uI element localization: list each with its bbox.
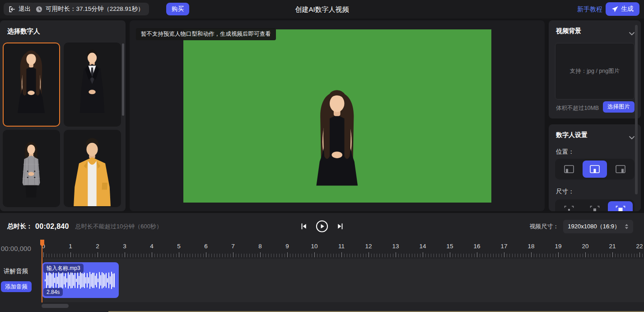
playhead-line	[42, 240, 42, 303]
video-size-select[interactable]: 1920x1080（16:9）	[563, 220, 633, 233]
size-option-group	[555, 199, 635, 211]
avatar-image-woman-plaid	[4, 131, 59, 206]
available-time-badge: 可用时长：37.15分钟（2228.91秒）	[31, 3, 149, 15]
size-label: 尺寸：	[556, 188, 574, 196]
transport-controls	[301, 213, 344, 240]
video-background-panel: 视频背景 支持：jpg / png图片 体积不超过10MB 选择图片	[549, 20, 641, 118]
video-background-title: 视频背景	[556, 27, 581, 35]
size-small-icon	[563, 205, 575, 211]
chevron-down-icon[interactable]	[629, 133, 635, 142]
choose-image-button[interactable]: 选择图片	[603, 101, 635, 113]
waveform-graphic	[45, 271, 116, 289]
right-panel-scrollbar[interactable]	[635, 25, 638, 194]
size-medium-button[interactable]	[583, 201, 607, 211]
preview-tooltip: 暂不支持预览人物口型和动作，生成视频后即可查看	[136, 28, 276, 40]
send-icon	[611, 6, 618, 13]
buy-button[interactable]: 购买	[166, 3, 189, 15]
add-audio-button[interactable]: 添加音频	[1, 281, 32, 292]
available-time-text: 可用时长：37.15分钟（2228.91秒）	[46, 5, 144, 13]
duration-limit-hint: 总时长不能超过10分钟（600秒）	[75, 222, 162, 231]
avatar-item-1[interactable]	[3, 43, 60, 127]
avatar-panel: 选择数字人	[0, 20, 126, 211]
top-bar: 退出 可用时长：37.15分钟（2228.91秒） 购买 创建AI数字人视频 新…	[0, 0, 644, 19]
avatar-settings-panel: 数字人设置 位置： 尺寸：	[549, 124, 641, 211]
total-duration-value: 00:02,840	[35, 222, 69, 231]
preview-stage: 暂不支持预览人物口型和动作，生成视频后即可查看	[130, 20, 545, 211]
select-arrows-icon	[625, 224, 629, 229]
position-option-group	[555, 159, 635, 180]
preview-avatar-image	[295, 80, 380, 203]
play-icon[interactable]	[316, 220, 328, 232]
track-label-column: 讲解音频 添加音频	[0, 259, 41, 302]
avatar-image-man-suit	[65, 43, 120, 126]
generate-label: 生成	[621, 5, 634, 13]
size-small-button[interactable]	[557, 201, 582, 211]
exit-icon	[9, 6, 15, 13]
skip-start-icon[interactable]	[301, 223, 308, 230]
audio-clip-duration: 2.84s	[43, 288, 63, 296]
timeline-footer	[0, 302, 644, 312]
total-duration: 总时长： 00:02,840 总时长不能超过10分钟（600秒）	[7, 213, 162, 240]
green-screen-canvas[interactable]	[183, 29, 491, 203]
video-size-group: 视频尺寸： 1920x1080（16:9）	[529, 213, 633, 240]
track-area: 输入名称.mp3 2.84s 讲解音频 添加音频	[0, 259, 644, 302]
size-limit-hint: 体积不超过10MB	[556, 104, 599, 112]
clock-icon	[36, 6, 42, 13]
video-size-label: 视频尺寸：	[529, 222, 559, 231]
exit-label: 退出	[19, 5, 31, 13]
chevron-down-icon[interactable]	[629, 29, 635, 38]
video-size-value: 1920x1080（16:9）	[568, 222, 620, 231]
position-center-button[interactable]	[583, 161, 607, 178]
avatar-panel-scrollbar[interactable]	[122, 43, 124, 116]
total-duration-label: 总时长：	[7, 222, 33, 231]
generate-button[interactable]: 生成	[606, 2, 639, 16]
skip-end-icon[interactable]	[337, 223, 344, 230]
size-medium-icon	[589, 205, 601, 211]
position-left-icon	[563, 165, 575, 174]
playback-controls-row: 总时长： 00:02,840 总时长不能超过10分钟（600秒） 视频尺寸： 1…	[0, 213, 644, 240]
avatar-image-woman-black-dress	[4, 43, 59, 126]
avatar-image-man-yellow	[65, 131, 120, 206]
position-right-button[interactable]	[608, 161, 633, 178]
background-upload-dropzone[interactable]: 支持：jpg / png图片	[555, 43, 635, 99]
size-large-icon	[615, 205, 626, 211]
position-center-icon	[589, 165, 601, 174]
avatar-item-2[interactable]	[64, 43, 121, 127]
position-right-icon	[615, 165, 626, 174]
avatar-settings-title: 数字人设置	[556, 131, 588, 139]
position-label: 位置：	[556, 148, 574, 156]
current-time-display: 00:00,000	[1, 240, 40, 258]
timeline-horizontal-scrollbar[interactable]	[42, 304, 69, 308]
upload-hint: 支持：jpg / png图片	[570, 67, 620, 75]
avatar-panel-title: 选择数字人	[7, 27, 40, 36]
avatar-item-3[interactable]	[3, 130, 60, 207]
timeline-ruler[interactable]: 00:00,000 012345678910111213141516171819…	[0, 240, 644, 259]
tutorial-link[interactable]: 新手教程	[577, 0, 602, 19]
timeline-section: 总时长： 00:02,840 总时长不能超过10分钟（600秒） 视频尺寸： 1…	[0, 213, 644, 312]
avatar-item-4[interactable]	[64, 130, 121, 207]
position-left-button[interactable]	[557, 161, 582, 178]
size-large-button[interactable]	[608, 201, 633, 211]
track-label: 讲解音频	[4, 267, 28, 275]
audio-clip[interactable]: 输入名称.mp3 2.84s	[42, 262, 119, 298]
